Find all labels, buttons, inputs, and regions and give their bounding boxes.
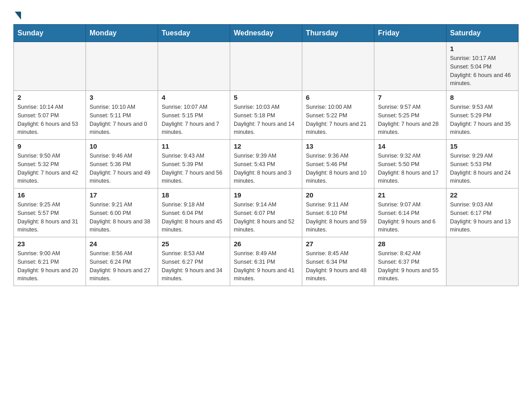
day-info: Sunrise: 9:18 AMSunset: 6:04 PMDaylight:… (162, 201, 226, 234)
day-cell: 27Sunrise: 8:45 AMSunset: 6:34 PMDayligh… (302, 237, 374, 286)
day-number: 11 (162, 142, 226, 150)
day-header-friday: Friday (374, 25, 446, 42)
day-header-monday: Monday (86, 25, 158, 42)
day-number: 4 (162, 94, 226, 101)
day-number: 16 (17, 191, 82, 199)
day-cell: 23Sunrise: 9:00 AMSunset: 6:21 PMDayligh… (14, 237, 86, 286)
calendar-table: SundayMondayTuesdayWednesdayThursdayFrid… (13, 24, 519, 286)
day-cell: 7Sunrise: 9:57 AMSunset: 5:25 PMDaylight… (374, 91, 446, 140)
day-cell (86, 42, 158, 91)
day-info: Sunrise: 10:07 AMSunset: 5:15 PMDaylight… (162, 103, 226, 137)
day-cell: 9Sunrise: 9:50 AMSunset: 5:32 PMDaylight… (14, 140, 86, 188)
day-number: 24 (90, 240, 154, 248)
logo-arrow-icon (15, 12, 21, 20)
day-info: Sunrise: 9:03 AMSunset: 6:17 PMDaylight:… (450, 201, 515, 234)
day-header-sunday: Sunday (14, 25, 86, 42)
day-info: Sunrise: 9:32 AMSunset: 5:50 PMDaylight:… (378, 152, 442, 185)
day-cell: 18Sunrise: 9:18 AMSunset: 6:04 PMDayligh… (158, 188, 230, 237)
day-number: 5 (234, 94, 298, 101)
day-cell: 20Sunrise: 9:11 AMSunset: 6:10 PMDayligh… (302, 188, 374, 237)
day-cell (230, 42, 302, 91)
day-cell: 26Sunrise: 8:49 AMSunset: 6:31 PMDayligh… (230, 237, 302, 286)
day-cell (302, 42, 374, 91)
day-cell: 6Sunrise: 10:00 AMSunset: 5:22 PMDayligh… (302, 91, 374, 140)
day-header-saturday: Saturday (446, 25, 519, 42)
week-row-1: 2Sunrise: 10:14 AMSunset: 5:07 PMDayligh… (14, 91, 519, 140)
day-number: 6 (306, 94, 370, 101)
day-number: 8 (450, 94, 515, 101)
week-row-0: 1Sunrise: 10:17 AMSunset: 5:04 PMDayligh… (14, 42, 519, 91)
day-cell: 10Sunrise: 9:46 AMSunset: 5:36 PMDayligh… (86, 140, 158, 188)
day-info: Sunrise: 9:14 AMSunset: 6:07 PMDaylight:… (234, 201, 298, 234)
day-cell: 22Sunrise: 9:03 AMSunset: 6:17 PMDayligh… (446, 188, 519, 237)
day-cell: 16Sunrise: 9:25 AMSunset: 5:57 PMDayligh… (14, 188, 86, 237)
day-headers-row: SundayMondayTuesdayWednesdayThursdayFrid… (14, 25, 519, 42)
day-info: Sunrise: 8:42 AMSunset: 6:37 PMDaylight:… (378, 249, 442, 283)
day-number: 18 (162, 191, 226, 199)
day-number: 15 (450, 142, 515, 150)
day-number: 7 (378, 94, 442, 101)
day-cell: 2Sunrise: 10:14 AMSunset: 5:07 PMDayligh… (14, 91, 86, 140)
day-info: Sunrise: 9:29 AMSunset: 5:53 PMDaylight:… (450, 152, 515, 185)
day-info: Sunrise: 9:50 AMSunset: 5:32 PMDaylight:… (17, 152, 82, 185)
day-info: Sunrise: 9:46 AMSunset: 5:36 PMDaylight:… (90, 152, 154, 185)
day-cell (374, 42, 446, 91)
day-number: 21 (378, 191, 442, 199)
day-info: Sunrise: 10:17 AMSunset: 5:04 PMDaylight… (450, 54, 515, 88)
day-info: Sunrise: 8:49 AMSunset: 6:31 PMDaylight:… (234, 249, 298, 283)
day-info: Sunrise: 10:14 AMSunset: 5:07 PMDaylight… (17, 103, 82, 137)
day-info: Sunrise: 9:53 AMSunset: 5:29 PMDaylight:… (450, 103, 515, 137)
day-header-thursday: Thursday (302, 25, 374, 42)
day-info: Sunrise: 9:57 AMSunset: 5:25 PMDaylight:… (378, 103, 442, 137)
day-number: 26 (234, 240, 298, 248)
day-info: Sunrise: 9:36 AMSunset: 5:46 PMDaylight:… (306, 152, 370, 185)
day-cell: 25Sunrise: 8:53 AMSunset: 6:27 PMDayligh… (158, 237, 230, 286)
day-info: Sunrise: 9:11 AMSunset: 6:10 PMDaylight:… (306, 201, 370, 234)
day-number: 27 (306, 240, 370, 248)
day-header-wednesday: Wednesday (230, 25, 302, 42)
day-cell: 14Sunrise: 9:32 AMSunset: 5:50 PMDayligh… (374, 140, 446, 188)
day-number: 1 (450, 45, 515, 52)
day-info: Sunrise: 10:10 AMSunset: 5:11 PMDaylight… (90, 103, 154, 137)
day-cell: 11Sunrise: 9:43 AMSunset: 5:39 PMDayligh… (158, 140, 230, 188)
day-cell: 19Sunrise: 9:14 AMSunset: 6:07 PMDayligh… (230, 188, 302, 237)
day-cell: 5Sunrise: 10:03 AMSunset: 5:18 PMDayligh… (230, 91, 302, 140)
day-number: 12 (234, 142, 298, 150)
calendar-header: SundayMondayTuesdayWednesdayThursdayFrid… (14, 25, 519, 42)
day-number: 10 (90, 142, 154, 150)
day-info: Sunrise: 8:56 AMSunset: 6:24 PMDaylight:… (90, 249, 154, 283)
day-cell: 4Sunrise: 10:07 AMSunset: 5:15 PMDayligh… (158, 91, 230, 140)
day-info: Sunrise: 9:21 AMSunset: 6:00 PMDaylight:… (90, 201, 154, 234)
day-cell (446, 237, 519, 286)
day-cell: 28Sunrise: 8:42 AMSunset: 6:37 PMDayligh… (374, 237, 446, 286)
day-number: 9 (17, 142, 82, 150)
day-cell: 21Sunrise: 9:07 AMSunset: 6:14 PMDayligh… (374, 188, 446, 237)
week-row-3: 16Sunrise: 9:25 AMSunset: 5:57 PMDayligh… (14, 188, 519, 237)
day-cell (158, 42, 230, 91)
day-number: 2 (17, 94, 82, 101)
logo (13, 9, 21, 20)
day-number: 14 (378, 142, 442, 150)
day-cell: 13Sunrise: 9:36 AMSunset: 5:46 PMDayligh… (302, 140, 374, 188)
day-number: 22 (450, 191, 515, 199)
calendar-body: 1Sunrise: 10:17 AMSunset: 5:04 PMDayligh… (14, 42, 519, 286)
week-row-2: 9Sunrise: 9:50 AMSunset: 5:32 PMDaylight… (14, 140, 519, 188)
day-cell: 1Sunrise: 10:17 AMSunset: 5:04 PMDayligh… (446, 42, 519, 91)
day-info: Sunrise: 9:00 AMSunset: 6:21 PMDaylight:… (17, 249, 82, 283)
day-info: Sunrise: 9:07 AMSunset: 6:14 PMDaylight:… (378, 201, 442, 234)
day-info: Sunrise: 8:45 AMSunset: 6:34 PMDaylight:… (306, 249, 370, 283)
day-info: Sunrise: 9:43 AMSunset: 5:39 PMDaylight:… (162, 152, 226, 185)
day-number: 17 (90, 191, 154, 199)
day-number: 19 (234, 191, 298, 199)
day-number: 13 (306, 142, 370, 150)
day-number: 3 (90, 94, 154, 101)
day-number: 20 (306, 191, 370, 199)
week-row-4: 23Sunrise: 9:00 AMSunset: 6:21 PMDayligh… (14, 237, 519, 286)
day-info: Sunrise: 10:00 AMSunset: 5:22 PMDaylight… (306, 103, 370, 137)
day-cell: 15Sunrise: 9:29 AMSunset: 5:53 PMDayligh… (446, 140, 519, 188)
day-number: 28 (378, 240, 442, 248)
day-cell: 3Sunrise: 10:10 AMSunset: 5:11 PMDayligh… (86, 91, 158, 140)
day-cell: 17Sunrise: 9:21 AMSunset: 6:00 PMDayligh… (86, 188, 158, 237)
day-info: Sunrise: 10:03 AMSunset: 5:18 PMDaylight… (234, 103, 298, 137)
day-info: Sunrise: 8:53 AMSunset: 6:27 PMDaylight:… (162, 249, 226, 283)
